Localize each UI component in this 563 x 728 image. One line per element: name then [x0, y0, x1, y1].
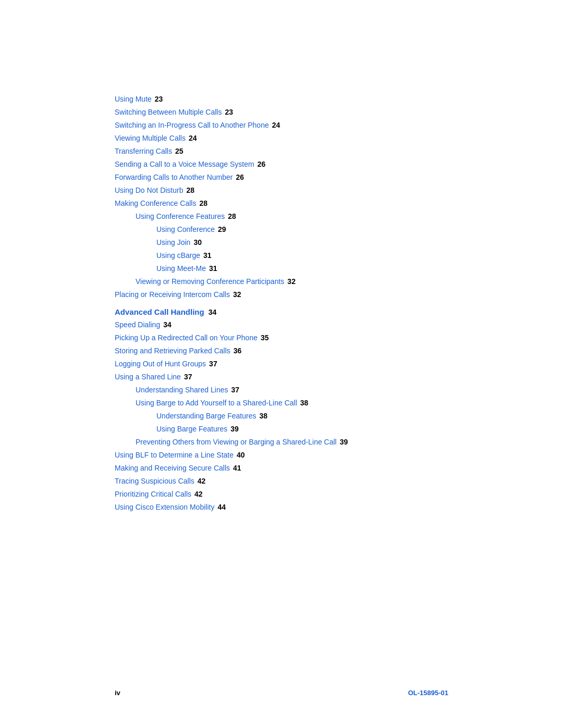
toc-page-number: 34 — [163, 319, 172, 330]
toc-link[interactable]: Understanding Shared Lines — [136, 385, 228, 396]
toc-item[interactable]: Picking Up a Redirected Call on Your Pho… — [115, 332, 448, 343]
toc-link[interactable]: Using Mute — [115, 94, 152, 105]
toc-page-number: 30 — [193, 237, 202, 248]
toc-page-number: 37 — [231, 385, 239, 396]
toc-item[interactable]: Using BLF to Determine a Line State40 — [115, 450, 448, 461]
toc-item[interactable]: Viewing or Removing Conference Participa… — [115, 276, 448, 287]
toc-page-number: 25 — [175, 146, 183, 157]
toc-link[interactable]: Transferring Calls — [115, 146, 172, 157]
toc-link[interactable]: Sending a Call to a Voice Message System — [115, 159, 254, 170]
toc-item[interactable]: Making and Receiving Secure Calls41 — [115, 463, 448, 474]
toc-link[interactable]: Picking Up a Redirected Call on Your Pho… — [115, 332, 258, 343]
footer-doc-number: OL-15895-01 — [408, 689, 448, 697]
toc-link[interactable]: Switching an In-Progress Call to Another… — [115, 120, 269, 131]
toc-item[interactable]: Using Barge to Add Yourself to a Shared-… — [115, 398, 448, 409]
toc-link[interactable]: Speed Dialing — [115, 319, 160, 330]
toc-link[interactable]: Making Conference Calls — [115, 198, 196, 209]
toc-item[interactable]: Placing or Receiving Intercom Calls32 — [115, 289, 448, 300]
footer-page-number: iv — [115, 689, 120, 697]
toc-page-number: 23 — [225, 107, 233, 118]
toc-item[interactable]: Tracing Suspicious Calls42 — [115, 476, 448, 487]
toc-item[interactable]: Understanding Barge Features38 — [115, 411, 448, 422]
toc-link[interactable]: Using Do Not Disturb — [115, 185, 183, 196]
toc-page-number: 44 — [217, 502, 226, 513]
toc-link[interactable]: Tracing Suspicious Calls — [115, 476, 194, 487]
toc-link[interactable]: Making and Receiving Secure Calls — [115, 463, 230, 474]
toc-link[interactable]: Using a Shared Line — [115, 372, 181, 382]
section-header-number: 34 — [209, 308, 217, 316]
toc-link[interactable]: Using cBarge — [156, 250, 200, 261]
toc-link[interactable]: Using Cisco Extension Mobility — [115, 502, 214, 513]
toc-page-number: 36 — [234, 346, 242, 356]
toc-container: Using Mute23Switching Between Multiple C… — [115, 94, 448, 513]
toc-item[interactable]: Understanding Shared Lines37 — [115, 385, 448, 396]
toc-page-number: 24 — [272, 120, 280, 131]
section-header: Advanced Call Handling34 — [115, 307, 448, 316]
toc-page-number: 23 — [155, 94, 163, 105]
toc-page-number: 38 — [300, 398, 309, 409]
toc-item[interactable]: Making Conference Calls28 — [115, 198, 448, 209]
toc-item[interactable]: Speed Dialing34 — [115, 319, 448, 330]
toc-item[interactable]: Using Cisco Extension Mobility44 — [115, 502, 448, 513]
toc-link[interactable]: Using Conference Features — [136, 211, 225, 222]
toc-page-number: 31 — [209, 263, 217, 274]
toc-link[interactable]: Forwarding Calls to Another Number — [115, 172, 232, 183]
toc-page-number: 35 — [261, 332, 269, 343]
toc-page-number: 26 — [236, 172, 244, 183]
toc-link[interactable]: Storing and Retrieving Parked Calls — [115, 346, 230, 356]
toc-item[interactable]: Storing and Retrieving Parked Calls36 — [115, 346, 448, 356]
toc-item[interactable]: Using Conference29 — [115, 224, 448, 235]
toc-page-number: 28 — [199, 198, 207, 209]
toc-page-number: 31 — [203, 250, 212, 261]
toc-link[interactable]: Preventing Others from Viewing or Bargin… — [136, 437, 337, 448]
toc-page-number: 32 — [233, 289, 241, 300]
toc-link[interactable]: Using Barge to Add Yourself to a Shared-… — [136, 398, 297, 409]
toc-item[interactable]: Using Do Not Disturb28 — [115, 185, 448, 196]
toc-page-number: 38 — [259, 411, 267, 422]
toc-page-number: 39 — [230, 424, 239, 435]
toc-page-number: 28 — [228, 211, 236, 222]
toc-item[interactable]: Using cBarge31 — [115, 250, 448, 261]
footer: iv OL-15895-01 — [0, 689, 563, 697]
section-header-text[interactable]: Advanced Call Handling — [115, 307, 204, 316]
toc-page-number: 40 — [237, 450, 245, 461]
toc-page-number: 26 — [258, 159, 266, 170]
toc-item[interactable]: Switching an In-Progress Call to Another… — [115, 120, 448, 131]
toc-page-number: 24 — [189, 133, 197, 144]
toc-link[interactable]: Using Barge Features — [156, 424, 227, 435]
toc-item[interactable]: Switching Between Multiple Calls23 — [115, 107, 448, 118]
toc-item[interactable]: Viewing Multiple Calls24 — [115, 133, 448, 144]
toc-link[interactable]: Viewing or Removing Conference Participa… — [136, 276, 284, 287]
toc-link[interactable]: Placing or Receiving Intercom Calls — [115, 289, 230, 300]
toc-link[interactable]: Logging Out of Hunt Groups — [115, 359, 206, 369]
toc-page-number: 29 — [218, 224, 226, 235]
toc-item[interactable]: Using Barge Features39 — [115, 424, 448, 435]
toc-page-number: 37 — [184, 372, 192, 382]
toc-link[interactable]: Switching Between Multiple Calls — [115, 107, 222, 118]
toc-link[interactable]: Using Join — [156, 237, 190, 248]
toc-item[interactable]: Using Conference Features28 — [115, 211, 448, 222]
toc-link[interactable]: Prioritizing Critical Calls — [115, 489, 191, 500]
toc-item[interactable]: Using a Shared Line37 — [115, 372, 448, 382]
toc-page-number: 42 — [198, 476, 206, 487]
toc-item[interactable]: Preventing Others from Viewing or Bargin… — [115, 437, 448, 448]
toc-page-number: 37 — [209, 359, 217, 369]
toc-link[interactable]: Using Meet-Me — [156, 263, 206, 274]
toc-item[interactable]: Using Join30 — [115, 237, 448, 248]
toc-page-number: 28 — [187, 185, 195, 196]
toc-item[interactable]: Sending a Call to a Voice Message System… — [115, 159, 448, 170]
toc-link[interactable]: Using Conference — [156, 224, 215, 235]
toc-item[interactable]: Logging Out of Hunt Groups37 — [115, 359, 448, 369]
toc-item[interactable]: Using Mute23 — [115, 94, 448, 105]
toc-page-number: 32 — [287, 276, 296, 287]
toc-item[interactable]: Transferring Calls25 — [115, 146, 448, 157]
toc-page-number: 41 — [233, 463, 241, 474]
toc-page-number: 39 — [340, 437, 348, 448]
toc-item[interactable]: Forwarding Calls to Another Number26 — [115, 172, 448, 183]
toc-page-number: 42 — [194, 489, 203, 500]
toc-link[interactable]: Understanding Barge Features — [156, 411, 256, 422]
toc-link[interactable]: Viewing Multiple Calls — [115, 133, 186, 144]
toc-link[interactable]: Using BLF to Determine a Line State — [115, 450, 234, 461]
toc-item[interactable]: Prioritizing Critical Calls42 — [115, 489, 448, 500]
toc-item[interactable]: Using Meet-Me31 — [115, 263, 448, 274]
